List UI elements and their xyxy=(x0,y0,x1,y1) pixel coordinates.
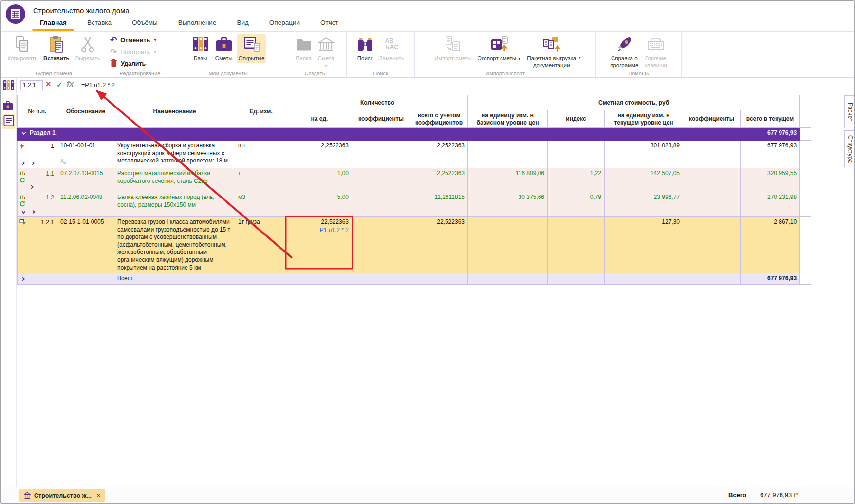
cell-name[interactable]: Укрупнительная сборка и установка констр… xyxy=(114,141,235,168)
cell-cost-total[interactable]: 677 976,93 xyxy=(741,141,800,168)
side-tab-struktura[interactable]: Структура xyxy=(844,130,855,167)
estimates-button[interactable]: Сметы xyxy=(213,34,235,63)
tab-operacii[interactable]: Операции xyxy=(269,19,300,31)
cell-qty-per[interactable]: 1,00 xyxy=(287,168,352,192)
cell-justification[interactable]: 10-01-001-01 Кп xyxy=(57,141,114,168)
redo-dropdown-icon[interactable]: ▼ xyxy=(153,50,157,54)
cell-num[interactable]: 1 xyxy=(18,141,57,168)
new-estimate-button[interactable]: Смета ▼ xyxy=(316,34,336,69)
cell-name[interactable]: Балка клееная хвойных пород (ель, сосна)… xyxy=(114,192,235,217)
undo-button[interactable]: ↶ Отменить ▼ xyxy=(110,36,157,45)
tab-vstavka[interactable]: Вставка xyxy=(87,19,112,31)
cell-cost-base-unit[interactable]: 116 809,06 xyxy=(468,168,548,192)
cell-num[interactable]: 1.2 xyxy=(18,192,57,217)
cell-justification[interactable]: 07.2.07.13-0015 xyxy=(57,168,114,192)
insert-function-button[interactable]: fx xyxy=(67,80,74,89)
cut-button[interactable]: Вырезать xyxy=(74,34,102,63)
cell-qty-per-selected[interactable]: 22,522363 Р1.п1.2 * 2 xyxy=(287,217,352,273)
cell-cost-total[interactable]: 320 959,55 xyxy=(741,168,800,192)
cell-num[interactable]: 1.1 xyxy=(18,168,57,192)
redo-button[interactable]: ↷ Повторить ▼ xyxy=(110,47,157,56)
cell-qty-total[interactable]: 11,2611815 xyxy=(410,192,468,217)
delete-button[interactable]: Удалить xyxy=(110,59,157,68)
cell-justification[interactable]: 11.2.06.02-0048 xyxy=(57,192,114,217)
collapse-chevron-icon[interactable] xyxy=(21,131,26,135)
side-tab-raschet[interactable]: Расчет xyxy=(844,95,855,128)
open-documents-button[interactable]: Открытые xyxy=(237,34,267,63)
formula-input[interactable] xyxy=(78,80,852,90)
tab-otchet[interactable]: Отчет xyxy=(320,19,338,31)
paste-button[interactable]: Вставить xyxy=(41,34,72,63)
new-folder-button[interactable]: Папка xyxy=(294,34,314,63)
cell-cost-base-unit[interactable] xyxy=(468,141,548,168)
cell-cost-total[interactable]: 2 867,10 xyxy=(741,217,800,273)
cell-cost-coeff[interactable] xyxy=(683,141,741,168)
copy-button[interactable]: Копировать xyxy=(5,34,39,63)
cell-justification[interactable]: 02-15-1-01-0005 xyxy=(57,217,114,273)
expand-chevron-icon[interactable] xyxy=(31,161,35,165)
expand-chevron-icon[interactable] xyxy=(30,185,34,189)
cell-qty-coeff[interactable] xyxy=(352,192,410,217)
cell-cost-cur-unit[interactable]: 127,30 xyxy=(605,217,683,273)
resource-row-1-2[interactable]: 1.2 11.2.06.02-0048 Балка клееная хвойны… xyxy=(18,192,811,217)
document-tab[interactable]: Строительство ж... × xyxy=(19,489,105,502)
cell-unit[interactable]: 1т груза xyxy=(235,217,287,273)
cell-cost-cur-unit[interactable]: 301 023,89 xyxy=(605,141,683,168)
formula-reference-link[interactable]: Р1.п1.2 * 2 xyxy=(290,227,349,234)
about-button[interactable]: Справка о программе xyxy=(608,34,640,70)
section-label-cell[interactable]: Раздел 1. xyxy=(18,128,741,141)
cell-unit[interactable]: т xyxy=(235,168,287,192)
cell-cost-base-unit[interactable]: 30 375,66 xyxy=(468,192,548,217)
resource-row-1-1[interactable]: 1.1 07.2.07.13-0015 Расстрел металлическ… xyxy=(18,168,811,192)
export-dropdown-icon[interactable]: ▼ xyxy=(518,57,521,61)
cell-qty-per[interactable]: 2,2522363 xyxy=(287,141,352,168)
cell-qty-total[interactable]: 2,2522363 xyxy=(410,168,468,192)
bases-button[interactable]: Базы xyxy=(190,34,211,63)
hotkeys-button[interactable]: Горячие клавиши xyxy=(642,34,669,70)
app-logo[interactable] xyxy=(6,4,25,24)
transport-row-1-2-1[interactable]: 1.2.1 02-15-1-01-0005 Перевозка грузов I… xyxy=(18,217,811,273)
tab-vid[interactable]: Вид xyxy=(237,19,248,31)
cell-unit[interactable]: м3 xyxy=(235,192,287,217)
cell-qty-coeff[interactable] xyxy=(352,141,410,168)
cell-num[interactable] xyxy=(18,273,57,285)
batch-export-dropdown-icon[interactable]: ▼ xyxy=(578,56,581,60)
cell-cost-index[interactable]: 1,22 xyxy=(548,168,605,192)
cell-qty-total[interactable]: 2,2522363 xyxy=(410,141,468,168)
expand-chevron-icon[interactable] xyxy=(32,210,36,214)
cell-cost-total[interactable]: 270 231,98 xyxy=(741,192,800,217)
cell-reference-box[interactable] xyxy=(20,80,43,90)
expand-chevron-icon[interactable] xyxy=(21,277,25,281)
export-estimate-button[interactable]: Экспорт сметы ▼ xyxy=(476,34,523,63)
close-tab-icon[interactable]: × xyxy=(97,492,101,499)
cell-cost-cur-unit[interactable]: 23 996,77 xyxy=(605,192,683,217)
tab-vypolnenie[interactable]: Выполнение xyxy=(178,19,217,31)
cell-name[interactable]: Расстрел металлический из балки коробчат… xyxy=(114,168,235,192)
cell-qty-total[interactable]: 22,522363 xyxy=(410,217,468,273)
cell-cost-index[interactable] xyxy=(548,217,605,273)
cell-name[interactable]: Перевозка грузов I класса автомобилями-с… xyxy=(114,217,235,273)
cell-cost-index[interactable]: 0,79 xyxy=(548,192,605,217)
cell-qty-coeff[interactable] xyxy=(352,168,410,192)
formula-accept-button[interactable]: ✓ xyxy=(56,80,63,89)
cell-cost-coeff[interactable] xyxy=(683,168,741,192)
cell-cost-coeff[interactable] xyxy=(683,217,741,273)
new-estimate-dropdown-icon[interactable]: ▼ xyxy=(324,64,328,68)
search-button[interactable]: Поиск xyxy=(355,34,375,63)
replace-button[interactable]: AB↳AC Заменить xyxy=(377,34,407,63)
import-estimate-button[interactable]: Импорт сметы xyxy=(432,34,474,63)
tab-glavnaya[interactable]: Главная xyxy=(40,19,67,31)
cell-unit[interactable]: шт xyxy=(235,141,287,168)
cell-cost-coeff[interactable] xyxy=(683,192,741,217)
cell-qty-coeff[interactable] xyxy=(352,217,410,273)
cell-cost-index[interactable] xyxy=(548,141,605,168)
position-row-1[interactable]: 1 10-01-001-01 Кп Укрупнительная сборка … xyxy=(18,141,811,168)
cell-cost-cur-unit[interactable]: 142 507,05 xyxy=(605,168,683,192)
expand-chevron-icon[interactable] xyxy=(21,161,25,165)
cell-cost-base-unit[interactable] xyxy=(468,217,548,273)
cell-num[interactable]: 1.2.1 xyxy=(18,217,57,273)
formula-cancel-button[interactable]: × xyxy=(46,79,51,90)
briefcase-view-icon[interactable] xyxy=(2,101,13,113)
batch-export-button[interactable]: Пакетная выгрузка документации▼ xyxy=(525,34,578,70)
open-document-view-icon[interactable] xyxy=(2,114,15,129)
